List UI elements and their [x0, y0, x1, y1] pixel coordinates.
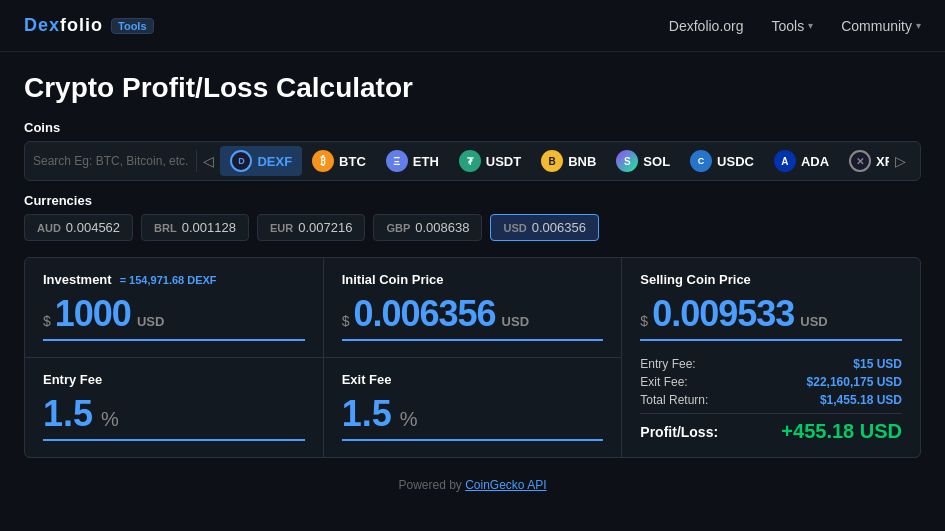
- profit-loss-value: +455.18 USD: [781, 420, 902, 443]
- exit-fee-input-row: 1.5 %: [342, 393, 604, 441]
- tools-badge: Tools: [111, 18, 154, 34]
- coin-label-usdc: USDC: [717, 154, 754, 169]
- dexf-icon: D: [230, 150, 252, 172]
- logo-area: Dexfolio Tools: [24, 15, 154, 36]
- profit-loss-row: Profit/Loss: +455.18 USD: [640, 413, 902, 443]
- total-return-result-row: Total Return: $1,455.18 USD: [640, 393, 902, 407]
- community-arrow-icon: ▾: [916, 20, 921, 31]
- usdt-icon: ₮: [459, 150, 481, 172]
- xrp-icon: ✕: [849, 150, 871, 172]
- entry-fee-input-row: 1.5 %: [43, 393, 305, 441]
- coin-nav-left[interactable]: ◁: [197, 151, 220, 171]
- bnb-icon: B: [541, 150, 563, 172]
- currencies-bar: AUD 0.004562 BRL 0.001128 EUR 0.007216 G…: [24, 214, 921, 241]
- coins-bar: Search Eg: BTC, Bitcoin, etc. ◁ D DEXF ₿…: [24, 141, 921, 181]
- entry-fee-result-row: Entry Fee: $15 USD: [640, 357, 902, 371]
- btc-icon: ₿: [312, 150, 334, 172]
- coin-label-usdt: USDT: [486, 154, 521, 169]
- coin-label-btc: BTC: [339, 154, 366, 169]
- logo: Dexfolio: [24, 15, 103, 36]
- total-return-result-value: $1,455.18 USD: [820, 393, 902, 407]
- coin-search-placeholder: Search Eg: BTC, Bitcoin, etc.: [33, 150, 197, 172]
- exit-fee-value[interactable]: 1.5: [342, 393, 392, 435]
- currency-brl[interactable]: BRL 0.001128: [141, 214, 249, 241]
- coin-item-ada[interactable]: A ADA: [764, 146, 839, 176]
- results-card: Selling Coin Price $ 0.009533 USD Entry …: [622, 258, 920, 457]
- initial-price-currency-sign: $: [342, 313, 350, 329]
- investment-card: Investment = 154,971.68 DEXF $ 1000 USD: [25, 258, 323, 357]
- coin-list: D DEXF ₿ BTC Ξ ETH ₮ USDT B BNB S SOL: [220, 146, 889, 176]
- entry-fee-percent-sign: %: [101, 408, 119, 431]
- ada-icon: A: [774, 150, 796, 172]
- currency-usd[interactable]: USD 0.006356: [490, 214, 598, 241]
- eur-value: 0.007216: [298, 220, 352, 235]
- currency-aud[interactable]: AUD 0.004562: [24, 214, 133, 241]
- usd-code: USD: [503, 222, 526, 234]
- entry-fee-label: Entry Fee: [43, 372, 305, 387]
- brl-value: 0.001128: [182, 220, 236, 235]
- main-content: Crypto Profit/Loss Calculator Coins Sear…: [0, 52, 945, 516]
- header: Dexfolio Tools Dexfolio.org Tools ▾ Comm…: [0, 0, 945, 52]
- eur-code: EUR: [270, 222, 293, 234]
- initial-price-value[interactable]: 0.006356: [353, 293, 495, 335]
- page-title: Crypto Profit/Loss Calculator: [24, 72, 921, 104]
- selling-price-unit: USD: [800, 314, 827, 329]
- usdc-icon: C: [690, 150, 712, 172]
- gbp-value: 0.008638: [415, 220, 469, 235]
- coin-nav-right[interactable]: ▷: [889, 151, 912, 171]
- coingecko-link[interactable]: CoinGecko API: [465, 478, 546, 492]
- coin-item-usdt[interactable]: ₮ USDT: [449, 146, 531, 176]
- currency-gbp[interactable]: GBP 0.008638: [373, 214, 482, 241]
- entry-fee-card: Entry Fee 1.5 %: [25, 358, 323, 457]
- gbp-code: GBP: [386, 222, 410, 234]
- exit-fee-percent-sign: %: [400, 408, 418, 431]
- coin-item-usdc[interactable]: C USDC: [680, 146, 764, 176]
- initial-price-input-row: $ 0.006356 USD: [342, 293, 604, 341]
- nav-tools[interactable]: Tools ▾: [772, 18, 814, 34]
- entry-fee-result-label: Entry Fee:: [640, 357, 695, 371]
- calculator-grid: Investment = 154,971.68 DEXF $ 1000 USD …: [24, 257, 921, 458]
- initial-price-unit: USD: [502, 314, 529, 329]
- nav-dexfolio[interactable]: Dexfolio.org: [669, 18, 744, 34]
- sol-icon: S: [616, 150, 638, 172]
- tools-arrow-icon: ▾: [808, 20, 813, 31]
- eth-icon: Ξ: [386, 150, 408, 172]
- currency-eur[interactable]: EUR 0.007216: [257, 214, 365, 241]
- selling-price-value[interactable]: 0.009533: [652, 293, 794, 335]
- currencies-section-label: Currencies: [24, 193, 921, 208]
- exit-fee-result-value: $22,160,175 USD: [807, 375, 902, 389]
- entry-fee-result-value: $15 USD: [853, 357, 902, 371]
- entry-fee-value[interactable]: 1.5: [43, 393, 93, 435]
- coin-item-bnb[interactable]: B BNB: [531, 146, 606, 176]
- coin-item-dexf[interactable]: D DEXF: [220, 146, 302, 176]
- initial-price-card: Initial Coin Price $ 0.006356 USD: [324, 258, 622, 357]
- investment-sublabel: = 154,971.68 DEXF: [120, 274, 217, 286]
- coin-label-dexf: DEXF: [257, 154, 292, 169]
- nav-community[interactable]: Community ▾: [841, 18, 921, 34]
- coins-section-label: Coins: [24, 120, 921, 135]
- brl-code: BRL: [154, 222, 177, 234]
- investment-value[interactable]: 1000: [55, 293, 131, 335]
- profit-loss-label: Profit/Loss:: [640, 424, 718, 440]
- coin-item-sol[interactable]: S SOL: [606, 146, 680, 176]
- exit-fee-card: Exit Fee 1.5 %: [324, 358, 622, 457]
- selling-price-currency-sign: $: [640, 313, 648, 329]
- exit-fee-result-row: Exit Fee: $22,160,175 USD: [640, 375, 902, 389]
- initial-price-label: Initial Coin Price: [342, 272, 604, 287]
- coin-label-eth: ETH: [413, 154, 439, 169]
- footer: Powered by CoinGecko API: [24, 470, 921, 500]
- investment-input-row: $ 1000 USD: [43, 293, 305, 341]
- exit-fee-label: Exit Fee: [342, 372, 604, 387]
- usd-value: 0.006356: [532, 220, 586, 235]
- results-section: Entry Fee: $15 USD Exit Fee: $22,160,175…: [640, 357, 902, 443]
- selling-price-section: Selling Coin Price $ 0.009533 USD: [640, 272, 902, 341]
- coin-label-ada: ADA: [801, 154, 829, 169]
- coin-item-eth[interactable]: Ξ ETH: [376, 146, 449, 176]
- coin-label-sol: SOL: [643, 154, 670, 169]
- coin-item-btc[interactable]: ₿ BTC: [302, 146, 376, 176]
- header-nav: Dexfolio.org Tools ▾ Community ▾: [669, 18, 921, 34]
- selling-price-input-row: $ 0.009533 USD: [640, 293, 902, 341]
- coin-item-xrp[interactable]: ✕ XRP: [839, 146, 889, 176]
- coin-label-xrp: XRP: [876, 154, 889, 169]
- investment-unit: USD: [137, 314, 164, 329]
